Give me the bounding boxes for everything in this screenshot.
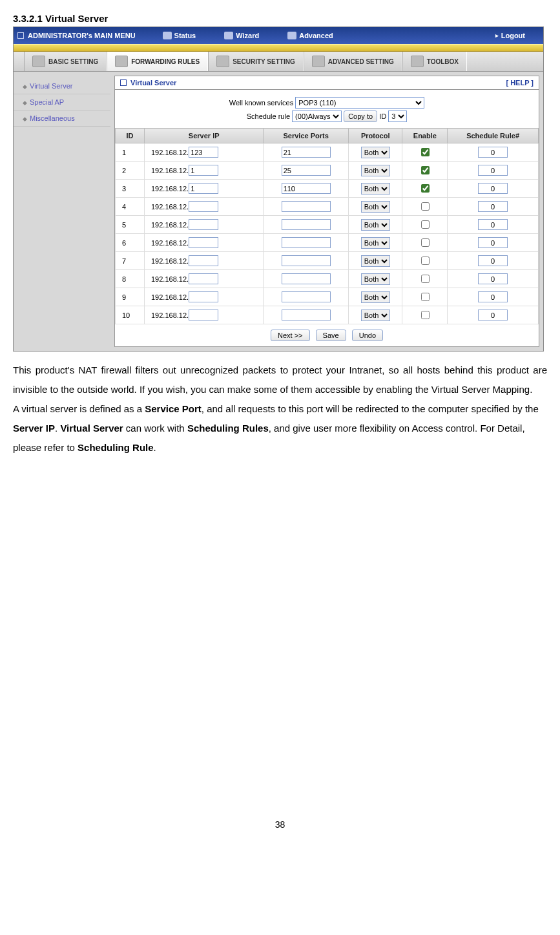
cell-port xyxy=(264,252,349,270)
service-port-input[interactable] xyxy=(282,310,331,320)
sidebar-item-label: Virtual Server xyxy=(30,82,72,90)
table-row: 4192.168.12.Both xyxy=(116,198,539,216)
tab-toolbox-label: TOOLBOX xyxy=(427,58,459,65)
cell-id: 7 xyxy=(116,252,145,270)
schedule-rule-input[interactable] xyxy=(478,147,508,158)
service-port-input[interactable] xyxy=(282,219,331,230)
cell-rule xyxy=(448,234,539,252)
table-row: 9192.168.12.Both xyxy=(116,288,539,306)
enable-checkbox[interactable] xyxy=(421,311,430,319)
copy-to-id-select[interactable]: 3 xyxy=(388,110,407,122)
protocol-select[interactable]: Both xyxy=(361,219,390,231)
nav-status[interactable]: Status xyxy=(163,32,196,39)
cell-rule xyxy=(448,162,539,180)
nav-advanced[interactable]: Advanced xyxy=(287,32,333,39)
paragraph-1: This product's NAT firewall filters out … xyxy=(13,361,547,399)
undo-button[interactable]: Undo xyxy=(352,330,383,341)
server-ip-input[interactable] xyxy=(189,219,218,230)
adv-icon xyxy=(312,56,325,67)
enable-checkbox[interactable] xyxy=(421,257,430,265)
tab-adv-label: ADVANCED SETTING xyxy=(328,58,394,65)
basic-icon xyxy=(32,56,45,67)
tab-toolbox[interactable]: TOOLBOX xyxy=(402,52,467,71)
cell-port xyxy=(264,162,349,180)
tab-security-setting[interactable]: SECURITY SETTING xyxy=(208,52,304,71)
col-schedule-rule: Schedule Rule# xyxy=(448,129,539,143)
service-port-input[interactable] xyxy=(282,147,331,158)
description-text: This product's NAT firewall filters out … xyxy=(13,361,547,457)
service-port-input[interactable] xyxy=(282,273,331,284)
schedule-rule-input[interactable] xyxy=(478,255,508,266)
enable-checkbox[interactable] xyxy=(421,184,430,193)
cell-protocol: Both xyxy=(348,252,402,270)
schedule-rule-input[interactable] xyxy=(478,273,508,284)
nav-logout[interactable]: ▸Logout xyxy=(493,32,525,39)
enable-checkbox[interactable] xyxy=(421,220,430,229)
service-port-input[interactable] xyxy=(282,291,331,302)
cell-server-ip: 192.168.12. xyxy=(145,162,264,180)
tab-basic-setting[interactable]: BASIC SETTING xyxy=(24,52,107,71)
status-icon xyxy=(163,32,172,39)
sidebar-item-virtual-server[interactable]: ◆Virtual Server xyxy=(14,78,110,94)
table-row: 6192.168.12.Both xyxy=(116,234,539,252)
protocol-select[interactable]: Both xyxy=(361,273,390,285)
schedule-rule-input[interactable] xyxy=(478,183,508,194)
advanced-icon xyxy=(287,32,296,39)
server-ip-input[interactable] xyxy=(189,273,218,284)
schedule-rule-input[interactable] xyxy=(478,237,508,248)
cell-port xyxy=(264,180,349,198)
nav-wizard[interactable]: Wizard xyxy=(224,32,259,39)
server-ip-input[interactable] xyxy=(189,183,218,194)
protocol-select[interactable]: Both xyxy=(361,165,390,176)
cell-port xyxy=(264,306,349,324)
server-ip-input[interactable] xyxy=(189,291,218,302)
protocol-select[interactable]: Both xyxy=(361,183,390,194)
copy-to-button[interactable]: Copy to xyxy=(344,110,377,122)
enable-checkbox[interactable] xyxy=(421,202,430,211)
cell-protocol: Both xyxy=(348,288,402,306)
server-ip-input[interactable] xyxy=(189,201,218,212)
tab-advanced-setting[interactable]: ADVANCED SETTING xyxy=(304,52,402,71)
schedule-rule-input[interactable] xyxy=(478,201,508,212)
server-ip-input[interactable] xyxy=(189,255,218,266)
cell-protocol: Both xyxy=(348,162,402,180)
cell-enable xyxy=(402,306,448,324)
enable-checkbox[interactable] xyxy=(421,238,430,247)
schedule-rule-input[interactable] xyxy=(478,310,508,320)
cell-rule xyxy=(448,216,539,234)
schedule-rule-input[interactable] xyxy=(478,219,508,230)
main-menu-label: ADMINISTRATOR's MAIN MENU xyxy=(28,32,136,39)
service-port-input[interactable] xyxy=(282,201,331,212)
enable-checkbox[interactable] xyxy=(421,275,430,283)
service-port-input[interactable] xyxy=(282,165,331,176)
schedule-rule-input[interactable] xyxy=(478,291,508,302)
server-ip-input[interactable] xyxy=(189,147,218,158)
schedule-rule-input[interactable] xyxy=(478,165,508,176)
enable-checkbox[interactable] xyxy=(421,166,430,174)
cell-port xyxy=(264,198,349,216)
service-port-input[interactable] xyxy=(282,237,331,248)
enable-checkbox[interactable] xyxy=(421,148,430,156)
server-ip-input[interactable] xyxy=(189,165,218,176)
protocol-select[interactable]: Both xyxy=(361,237,390,249)
server-ip-input[interactable] xyxy=(189,310,218,320)
server-ip-input[interactable] xyxy=(189,237,218,248)
protocol-select[interactable]: Both xyxy=(361,310,390,321)
protocol-select[interactable]: Both xyxy=(361,201,390,213)
protocol-select[interactable]: Both xyxy=(361,147,390,158)
cell-id: 1 xyxy=(116,143,145,162)
well-known-services-select[interactable]: POP3 (110) xyxy=(295,97,424,109)
tab-forwarding-rules[interactable]: FORWARDING RULES xyxy=(107,52,208,71)
help-link[interactable]: [ HELP ] xyxy=(506,79,534,87)
protocol-select[interactable]: Both xyxy=(361,255,390,267)
schedule-rule-select[interactable]: (00)Always xyxy=(292,110,342,122)
sidebar-item-miscellaneous[interactable]: ◆Miscellaneous xyxy=(14,110,110,127)
service-port-input[interactable] xyxy=(282,255,331,266)
protocol-select[interactable]: Both xyxy=(361,291,390,303)
next-button[interactable]: Next >> xyxy=(271,330,310,341)
enable-checkbox[interactable] xyxy=(421,293,430,301)
service-port-input[interactable] xyxy=(282,183,331,194)
cell-protocol: Both xyxy=(348,234,402,252)
sidebar-item-special-ap[interactable]: ◆Special AP xyxy=(14,94,110,110)
save-button[interactable]: Save xyxy=(316,330,346,341)
